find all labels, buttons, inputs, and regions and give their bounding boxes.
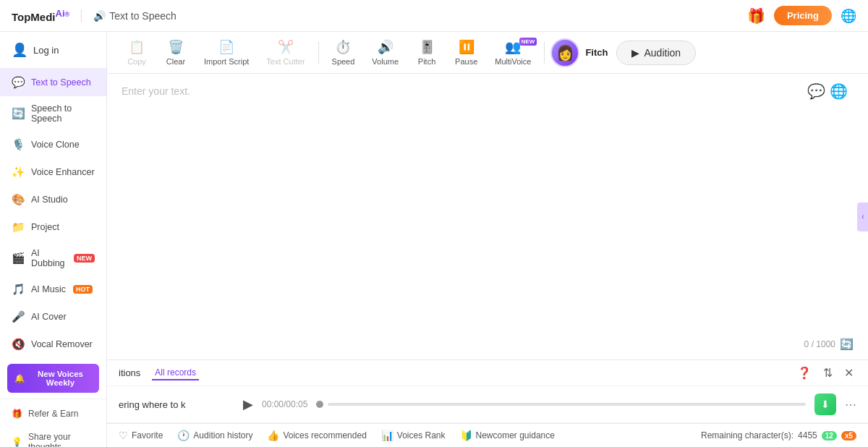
sidebar-item-ai-music[interactable]: 🎵 AI Music HOT — [0, 276, 106, 303]
history-icon: 🕐 — [177, 430, 190, 441]
sidebar-item-ai-dubbing[interactable]: 🎬 AI Dubbing NEW — [0, 241, 106, 276]
sidebar-item-label: AI Studio — [31, 195, 68, 205]
sort-button[interactable]: ⇅ — [820, 365, 835, 381]
record-time: 00:00/00:05 — [262, 399, 307, 409]
tts-title: 🔊 Text to Speech — [93, 10, 176, 22]
footer-tab-label: Voices Rank — [397, 430, 446, 440]
toolbar: 📋 Copy 🗑️ Clear 📄 Import Script ✂️ Text … — [107, 32, 868, 74]
import-script-button[interactable]: 📄 Import Script — [197, 36, 256, 69]
user-icon: 👤 — [12, 42, 27, 58]
text-placeholder: Enter your text. — [122, 85, 854, 97]
voice-name-area[interactable]: Fitch — [585, 47, 608, 58]
sidebar-item-refer[interactable]: 🎁 Refer & Earn — [0, 402, 106, 425]
play-record-button[interactable]: ▶ — [243, 396, 253, 412]
tts-title-text: Text to Speech — [109, 10, 176, 22]
volume-label: Volume — [372, 57, 399, 66]
char-count-text: 0 / 1000 — [804, 339, 835, 349]
pricing-button[interactable]: Pricing — [774, 6, 832, 25]
toolbar-divider2 — [544, 41, 545, 64]
copy-icon: 📋 — [129, 39, 145, 55]
guidance-icon: 🔰 — [460, 430, 472, 441]
avatar-image: 👩 — [556, 44, 574, 61]
voice-name: Fitch — [585, 47, 608, 58]
char-max-value: 1000 — [816, 339, 835, 349]
refer-label: Refer & Earn — [28, 409, 78, 419]
tts-icon: 🔊 — [93, 10, 106, 22]
globe-icon[interactable]: 🌐 — [841, 8, 856, 24]
close-records-button[interactable]: ✕ — [841, 365, 856, 381]
footer-tab-audition-history[interactable]: 🕐 Audition history — [177, 430, 252, 441]
sidebar-item-ai-studio[interactable]: 🎨 AI Studio — [0, 186, 106, 213]
footer-tab-voices-recommended[interactable]: 👍 Voices recommended — [267, 430, 366, 441]
audition-button[interactable]: ▶ Audition — [616, 41, 696, 65]
sidebar-item-label: Speech to Speech — [31, 103, 95, 124]
remaining-count: 4455 — [798, 430, 817, 440]
footer-tab-label: Favorite — [132, 430, 163, 440]
chat-bubble-icon[interactable]: 💬 — [807, 82, 825, 100]
pitch-button[interactable]: 🎚️ Pitch — [409, 36, 445, 69]
footer-tab-favorite[interactable]: ♡ Favorite — [119, 430, 163, 441]
tts-nav-icon: 💬 — [12, 76, 25, 89]
recommended-icon: 👍 — [267, 430, 279, 441]
footer-tab-newcomer-guidance[interactable]: 🔰 Newcomer guidance — [460, 430, 555, 441]
volume-icon: 🔊 — [378, 39, 393, 55]
top-bar-divider — [81, 9, 82, 22]
favorite-icon: ♡ — [119, 430, 128, 441]
music-hot-badge: HOT — [73, 285, 93, 294]
multivoice-label: MultiVoice — [495, 57, 531, 66]
pause-label: Pause — [455, 57, 477, 66]
sidebar-item-share[interactable]: 💡 Share your thoughts — [0, 425, 106, 447]
help-button[interactable]: ❓ — [794, 365, 814, 381]
translate-icon[interactable]: 🌐 — [830, 82, 848, 100]
progress-bar[interactable] — [328, 403, 806, 406]
pitch-icon: 🎚️ — [419, 39, 435, 55]
gift-icon[interactable]: 🎁 — [747, 7, 765, 25]
footer-tab-voices-rank[interactable]: 📊 Voices Rank — [381, 430, 446, 441]
multivoice-new-badge: NEW — [519, 38, 537, 46]
sidebar-bottom: 🎁 Refer & Earn 💡 Share your thoughts ❓ F… — [0, 399, 106, 447]
footer-tab-label: Audition history — [193, 430, 252, 440]
download-button[interactable]: ⬇ — [814, 393, 836, 415]
sidebar-item-project[interactable]: 📁 Project — [0, 213, 106, 241]
tts-action-icons: 💬 🌐 — [807, 82, 848, 100]
sidebar-item-label: Project — [31, 222, 59, 232]
top-bar-left: TopMediAi® 🔊 Text to Speech — [12, 8, 176, 23]
volume-button[interactable]: 🔊 Volume — [365, 36, 406, 69]
sidebar-item-label: Voice Enhancer — [31, 167, 95, 177]
sidebar-item-label: AI Cover — [31, 312, 67, 322]
copy-button[interactable]: 📋 Copy — [119, 36, 155, 69]
sidebar-item-vocal-remover[interactable]: 🔇 Vocal Remover — [0, 331, 106, 358]
pause-button[interactable]: ⏸️ Pause — [448, 36, 485, 69]
footer-tab-label: Newcomer guidance — [476, 430, 555, 440]
sidebar-item-speech-to-speech[interactable]: 🔄 Speech to Speech — [0, 96, 106, 131]
records-title: itions — [119, 367, 140, 378]
more-options-button[interactable]: ⋯ — [845, 398, 856, 412]
logo: TopMediAi® — [12, 8, 69, 23]
new-voices-weekly-button[interactable]: 🔔 New Voices Weekly — [7, 364, 99, 393]
sidebar-item-voice-enhancer[interactable]: ✨ Voice Enhancer — [0, 158, 106, 186]
progress-dot — [316, 401, 323, 408]
refresh-icon[interactable]: 🔄 — [840, 338, 854, 351]
records-actions: ❓ ⇅ ✕ — [794, 365, 856, 381]
clear-button[interactable]: 🗑️ Clear — [158, 36, 194, 69]
right-panel-toggle[interactable]: ‹ — [857, 203, 868, 231]
pause-icon: ⏸️ — [459, 39, 475, 55]
sidebar-item-voice-clone[interactable]: 🎙️ Voice Clone — [0, 131, 106, 158]
sidebar-item-label: Vocal Remover — [31, 339, 93, 349]
sidebar-item-ai-cover[interactable]: 🎤 AI Cover — [0, 303, 106, 331]
text-cutter-button[interactable]: ✂️ Text Cutter — [259, 36, 312, 69]
voice-avatar[interactable]: 👩 — [550, 38, 579, 67]
sidebar-item-text-to-speech[interactable]: 💬 Text to Speech — [0, 69, 106, 96]
text-cutter-label: Text Cutter — [266, 57, 305, 66]
records-tab-all[interactable]: All records — [152, 366, 199, 380]
content-area: 📋 Copy 🗑️ Clear 📄 Import Script ✂️ Text … — [107, 32, 868, 447]
sidebar-login[interactable]: 👤 Log in — [0, 32, 106, 69]
main-layout: 👤 Log in 💬 Text to Speech 🔄 Speech to Sp… — [0, 32, 868, 447]
speed-button[interactable]: ⏱️ Speed — [325, 36, 362, 69]
cover-nav-icon: 🎤 — [12, 310, 25, 323]
char-count-value: 0 — [804, 339, 809, 349]
sts-nav-icon: 🔄 — [12, 107, 25, 120]
records-section: itions All records ❓ ⇅ ✕ ering where to … — [107, 359, 868, 423]
sidebar-item-label: Text to Speech — [31, 77, 91, 88]
dubbing-nav-icon: 🎬 — [12, 252, 25, 265]
